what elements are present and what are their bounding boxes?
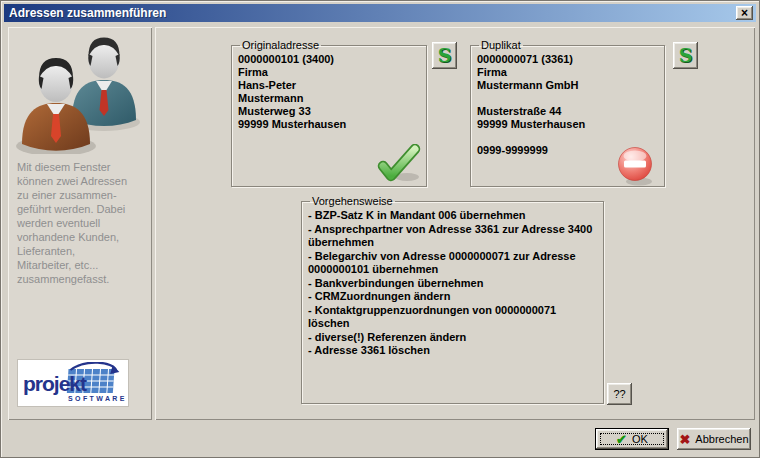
- list-item: - Belegarchiv von Adresse 0000000071 zur…: [308, 250, 597, 277]
- list-item: [477, 131, 658, 144]
- original-address-lines: 0000000101 (3400)FirmaHans-PeterMusterma…: [238, 53, 420, 131]
- list-item: 99999 Musterhausen: [238, 118, 420, 131]
- list-item: - diverse(!) Referenzen ändern: [308, 331, 597, 345]
- duplicate-address-groupbox: Duplikat 0000000071 (3361)FirmaMusterman…: [470, 39, 665, 187]
- logo-projekt-text: projekt: [23, 372, 87, 395]
- procedure-label: Vorgehensweise: [310, 195, 395, 207]
- close-icon: ×: [741, 7, 748, 19]
- ok-check-icon: ✔: [616, 433, 627, 446]
- s-button-original[interactable]: S: [432, 42, 457, 69]
- sidebar-description: Mit diesem Fenster können zwei Adressen …: [17, 160, 147, 286]
- list-item: 99999 Musterhausen: [477, 118, 658, 131]
- original-address-label: Originaladresse: [240, 39, 321, 51]
- list-item: - Adresse 3361 löschen: [308, 344, 597, 358]
- duplicate-address-lines: 0000000071 (3361)FirmaMustermann GmbH Mu…: [477, 53, 658, 157]
- list-item: Mustermann GmbH: [477, 79, 658, 92]
- list-item: 0000000071 (3361): [477, 53, 658, 66]
- list-item: - BZP-Satz K in Mandant 006 übernehmen: [308, 209, 597, 223]
- sidebar-panel: Mit diesem Fenster können zwei Adressen …: [8, 27, 152, 420]
- s-button-duplicate[interactable]: S: [673, 42, 698, 69]
- list-item: Firma: [238, 66, 420, 79]
- list-item: Musterstraße 44: [477, 105, 658, 118]
- ok-button-label: OK: [632, 433, 648, 445]
- list-item: - Ansprechpartner von Adresse 3361 zur A…: [308, 223, 597, 250]
- cancel-x-icon: ✖: [679, 433, 690, 446]
- ok-button[interactable]: ✔ OK: [595, 428, 669, 450]
- dialog-window: Adressen zusammenführen ×: [0, 0, 760, 458]
- list-item: - Kontaktgruppenzuordnungen von 00000000…: [308, 304, 597, 331]
- close-button[interactable]: ×: [736, 6, 753, 20]
- remove-minus-icon: [615, 146, 658, 186]
- logo-software-text: SOFTWARE: [68, 395, 125, 402]
- original-address-groupbox: Originaladresse 0000000101 (3400)FirmaHa…: [231, 39, 427, 187]
- list-item: Firma: [477, 66, 658, 79]
- cancel-button[interactable]: ✖ Abbrechen: [677, 428, 751, 450]
- duplicate-address-label: Duplikat: [479, 39, 523, 51]
- help-button[interactable]: ??: [607, 383, 632, 405]
- success-check-icon: [376, 144, 422, 183]
- list-item: - Bankverbindungen übernehmen: [308, 277, 597, 291]
- list-item: Musterweg 33: [238, 105, 420, 118]
- procedure-steps: - BZP-Satz K in Mandant 006 übernehmen- …: [308, 209, 597, 358]
- list-item: - CRMZuordnungen ändern: [308, 290, 597, 304]
- cancel-button-label: Abbrechen: [695, 433, 748, 445]
- list-item: [477, 92, 658, 105]
- window-title: Adressen zusammenführen: [9, 6, 166, 20]
- company-logo: projekt SOFTWARE: [17, 359, 129, 407]
- list-item: Hans-Peter: [238, 79, 420, 92]
- list-item: Mustermann: [238, 92, 420, 105]
- list-item: 0000000101 (3400): [238, 53, 420, 66]
- help-button-label: ??: [613, 388, 625, 400]
- two-persons-image: [14, 30, 146, 154]
- procedure-groupbox: Vorgehensweise - BZP-Satz K in Mandant 0…: [301, 195, 604, 404]
- s-currency-icon: S: [679, 46, 693, 65]
- main-panel: Originaladresse 0000000101 (3400)FirmaHa…: [155, 27, 755, 420]
- titlebar[interactable]: Adressen zusammenführen ×: [4, 4, 756, 22]
- s-currency-icon: S: [438, 46, 452, 65]
